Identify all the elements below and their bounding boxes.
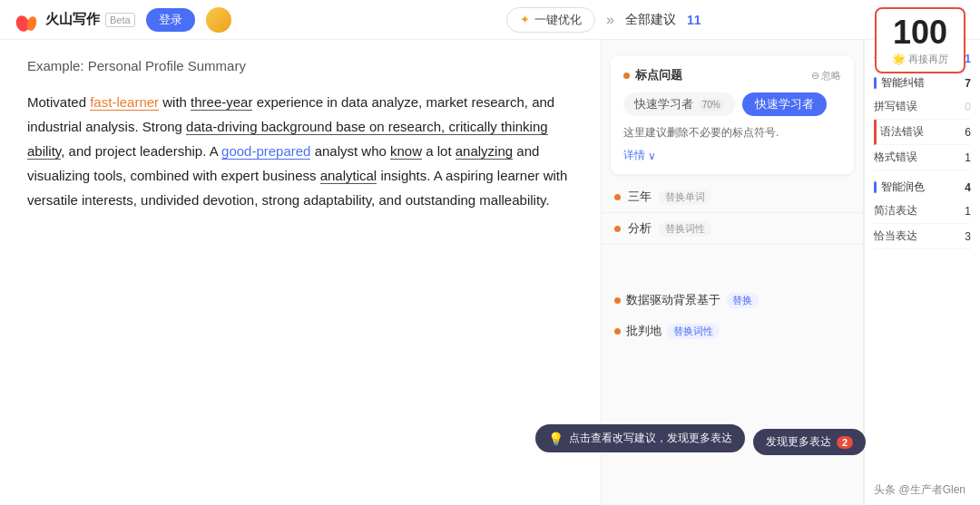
text-normal-1: Motivated	[27, 94, 90, 110]
star-icon: ✦	[520, 13, 530, 26]
watermark: 头条 @生产者Glen	[874, 482, 965, 498]
word-badge: 70%	[699, 99, 724, 111]
text-analytical: analytical	[320, 168, 377, 184]
logo-icon	[15, 7, 40, 33]
text-know: know	[390, 143, 422, 160]
score-box: 100 🌟 再接再厉	[875, 7, 965, 73]
item-tag: 替换	[726, 293, 759, 308]
item-label: 批判地	[626, 323, 662, 339]
sidebar-item-concise[interactable]: 简洁表达 1	[874, 199, 971, 224]
bullet-dot	[614, 297, 621, 304]
card-title: 标点问题	[635, 67, 682, 83]
editor-area: Example: Personal Profile Summary Motiva…	[0, 40, 601, 505]
text-good-prepared: good-prepared	[221, 143, 310, 160]
score-sub: 🌟 再接再厉	[886, 53, 955, 66]
item-tag: 替换单词	[659, 189, 711, 205]
doc-content: Motivated fast-learner with three-year e…	[27, 90, 573, 212]
text-normal-4: , and project leadership. A	[61, 143, 221, 159]
bullet-dot	[623, 73, 630, 79]
item-tag: 替换词性	[667, 324, 720, 339]
suggestion-card-punctuation: 标点问题 ⊖ 忽略 快速学习者 70% 快速学习者 这里建议删除不必要的标点符号…	[611, 56, 854, 174]
sidebar-item-appropriate[interactable]: 恰当表达 3	[874, 224, 971, 249]
text-analyzing: analyzing	[456, 143, 513, 160]
text-normal-6: a lot	[422, 143, 456, 159]
card-title-row: 标点问题	[623, 67, 682, 83]
logo-area: 火山写作 Beta	[15, 7, 135, 33]
sidebar-item-spelling[interactable]: 拼写错误 0	[874, 94, 971, 120]
score-emoji: 🌟	[892, 53, 906, 65]
middle-panel: 标点问题 ⊖ 忽略 快速学习者 70% 快速学习者 这里建议删除不必要的标点符号…	[601, 40, 864, 505]
tooltip-popup: 💡 点击查看改写建议，发现更多表达	[601, 424, 745, 452]
score-number: 100	[886, 15, 955, 51]
suggestion-item-sannian[interactable]: 三年 替换单词	[602, 181, 863, 213]
avatar[interactable]	[206, 7, 231, 33]
accent-bar	[874, 77, 877, 89]
text-normal-5: analyst who	[310, 143, 390, 159]
header-center: ✦ 一键优化 » 全部建议 11	[242, 7, 965, 33]
beta-badge: Beta	[105, 13, 135, 27]
right-sidebar: 全部建议 11 智能纠错 7 拼写错误 0 语法错误 6 格式错误 1 智能润色…	[864, 40, 980, 505]
card-note: 这里建议删除不必要的标点符号.	[623, 125, 841, 141]
header: 火山写作 Beta 登录 ✦ 一键优化 » 全部建议 11	[0, 0, 980, 40]
item-label: 分析	[628, 220, 652, 237]
word-suggested[interactable]: 快速学习者	[742, 92, 827, 116]
word-original: 快速学习者 70%	[623, 92, 735, 116]
ignore-icon: ⊖	[811, 70, 819, 82]
text-normal-2: with	[159, 94, 191, 110]
sidebar-group-polish: 智能润色 4	[874, 180, 971, 195]
suggestions-count: 11	[687, 13, 701, 27]
more-button[interactable]: »	[603, 12, 618, 28]
discover-badge: 2	[837, 436, 853, 449]
text-fast-learner: fast-learner	[90, 94, 159, 111]
card-detail[interactable]: 详情 ∨	[623, 148, 841, 163]
card-header: 标点问题 ⊖ 忽略	[623, 67, 841, 83]
accent-bar	[874, 181, 877, 193]
discover-button[interactable]: 发现更多表达 2	[753, 429, 864, 455]
item-label: 数据驱动背景基于	[626, 292, 720, 308]
item-tag: 替换词性	[659, 221, 711, 237]
chevron-down-icon: ∨	[648, 150, 656, 162]
sidebar-item-format[interactable]: 格式错误 1	[874, 145, 971, 170]
suggestion-item-fenxi[interactable]: 分析 替换词性	[602, 213, 863, 245]
suggestion-item-pipan[interactable]: 批判地 替换词性	[602, 316, 863, 346]
suggestions-label: 全部建议	[625, 12, 676, 28]
doc-title: Example: Personal Profile Summary	[27, 58, 573, 73]
ignore-button[interactable]: ⊖ 忽略	[811, 69, 841, 83]
item-label: 三年	[628, 189, 652, 205]
sidebar-item-grammar[interactable]: 语法错误 6	[874, 120, 971, 145]
login-button[interactable]: 登录	[146, 8, 195, 32]
word-comparison: 快速学习者 70% 快速学习者	[623, 92, 841, 116]
bullet-dot	[614, 194, 621, 200]
sidebar-group-correction: 智能纠错 7	[874, 75, 971, 91]
main-layout: Example: Personal Profile Summary Motiva…	[0, 40, 980, 505]
suggestion-item-datadrive[interactable]: 数据驱动背景基于 替换	[602, 285, 863, 316]
bullet-dot	[614, 328, 621, 335]
text-three-year: three-year	[191, 94, 252, 111]
optimize-button[interactable]: ✦ 一键优化	[506, 7, 595, 33]
bullet-dot	[614, 226, 621, 232]
logo-text: 火山写作	[45, 11, 100, 28]
